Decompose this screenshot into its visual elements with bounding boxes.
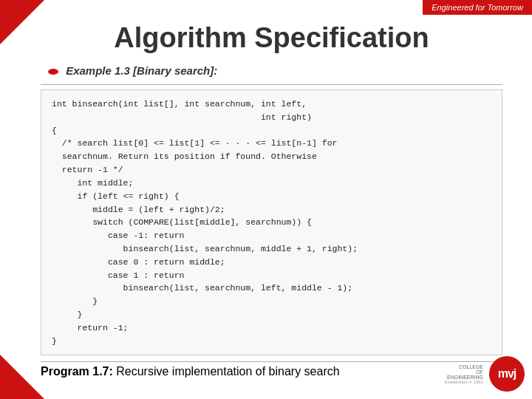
example-prefix: Example 1.3 [ (66, 64, 137, 77)
page-title: Algorithm Specification (41, 22, 502, 54)
college-text: COLLEGEOFENGINEERING (447, 364, 483, 380)
banner-text: Engineered for Tomorrow (432, 3, 523, 12)
mvj-logo: mvj (489, 356, 525, 392)
code-bottom-divider (41, 361, 502, 362)
caption-text: Recursive implementation of binary searc… (113, 365, 340, 378)
bottom-right-logo: COLLEGEOFENGINEERING Established in 1982… (445, 356, 525, 392)
example-suffix: ]: (210, 64, 217, 77)
code-caption: Program 1.7: Recursive implementation of… (41, 365, 502, 378)
top-right-banner: Engineered for Tomorrow (423, 0, 532, 15)
code-top-divider (41, 84, 502, 85)
code-line-1: int binsearch(int list[], int searchnum,… (52, 99, 358, 346)
code-block: int binsearch(int list[], int searchnum,… (41, 89, 502, 355)
established-text: Established in 1982 (445, 380, 483, 384)
caption-bold: Program 1.7: (41, 365, 113, 378)
main-content: Algorithm Specification Example 1.3 [Bin… (0, 0, 532, 399)
example-label: Example 1.3 [Binary search]: (48, 64, 502, 77)
example-italic: Binary search (137, 64, 210, 77)
